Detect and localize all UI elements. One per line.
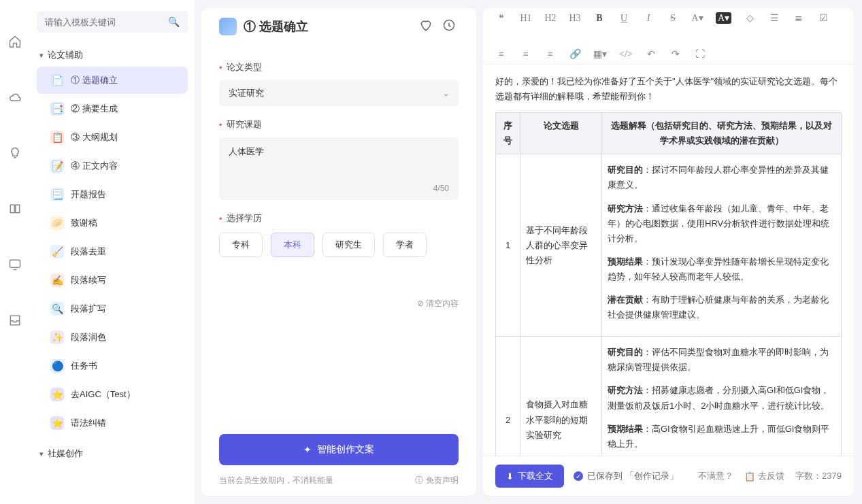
clock-icon[interactable] [442,18,459,35]
strike-button[interactable]: S [667,13,679,24]
search-icon: 🔍 [168,16,180,27]
download-icon: ⬇ [506,471,514,482]
underline-button[interactable]: U [618,13,630,24]
undo-button[interactable]: ↶ [645,48,657,60]
h3-button[interactable]: H3 [569,13,581,24]
subject-value: 人体医学 [229,146,449,158]
item-icon: 📄 [50,73,64,87]
item-label: ④ 正文内容 [71,160,118,172]
education-option-1[interactable]: 本科 [271,233,314,257]
table-button[interactable]: ▦▾ [593,48,607,60]
align-left-button[interactable]: ≡ [495,49,508,60]
char-counter: 4/50 [433,184,449,193]
feedback-icon: 📋 [744,471,755,482]
inbox-icon[interactable] [7,313,22,328]
code-button[interactable]: </> [619,49,633,60]
info-icon: ⓘ [415,475,423,486]
book-icon[interactable] [7,201,22,216]
table-row: 2食物摄入对血糖水平影响的短期实验研究研究目的：评估不同类型食物对血糖水平的即时… [496,337,842,456]
sidebar-item-3[interactable]: 📝④ 正文内容 [37,152,188,180]
quote-icon[interactable]: ❝ [495,12,508,24]
col-explain: 选题解释（包括研究目的、研究方法、预期结果，以及对学术界或实践领域的潜在贡献） [602,113,842,154]
item-icon: 📝 [50,159,64,173]
check-icon: ✓ [574,471,583,481]
sidebar-item-4[interactable]: 📃开题报告 [37,181,188,208]
education-option-3[interactable]: 学者 [383,233,427,257]
bg-color-button[interactable]: A▾ [716,12,731,24]
align-center-button[interactable]: ≡ [520,49,532,60]
form-panel: ① 选题确立 论文类型 实证研究 ⌄ 研究课题 人体医学 4/50 选择学历 专… [201,8,476,496]
home-icon[interactable] [7,34,22,49]
bullet-list-button[interactable]: ☰ [768,12,780,24]
sidebar-item-5[interactable]: 🥟致谢稿 [37,209,188,237]
group-social-header[interactable]: ▾ 社媒创作 [37,443,188,464]
search-input[interactable] [45,17,165,27]
monitor-icon[interactable] [7,257,22,272]
h1-button[interactable]: H1 [520,13,532,24]
item-label: 段落去重 [71,246,106,258]
row-num: 1 [496,154,520,337]
disclaimer-link[interactable]: ⓘ 免责声明 [415,475,459,486]
sidebar-item-7[interactable]: ✍️段落续写 [37,267,188,294]
chevron-down-icon: ⌄ [443,89,449,98]
sidebar-item-0[interactable]: 📄① 选题确立 [37,67,188,94]
sidebar-item-2[interactable]: 📋③ 大纲规划 [37,124,188,151]
eraser-icon[interactable]: ◇ [744,12,756,24]
row-topic: 基于不同年龄段人群的心率变异性分析 [520,154,602,337]
cloud-icon[interactable] [7,90,22,105]
italic-button[interactable]: I [642,13,654,24]
item-icon: 🧹 [50,245,64,258]
item-icon: ⭐ [50,388,64,401]
fullscreen-button[interactable]: ⛶ [694,49,706,60]
create-button-label: 智能创作文案 [317,443,374,456]
item-label: 段落扩写 [71,303,106,315]
item-label: 去AIGC（Test） [71,388,135,401]
subject-input[interactable]: 人体医学 4/50 [219,137,459,200]
ordered-list-button[interactable]: ≣ [793,12,805,24]
magic-icon: ✦ [303,444,312,455]
education-option-2[interactable]: 研究生 [322,233,375,257]
bold-button[interactable]: B [593,13,606,24]
item-icon: 🔵 [50,359,64,373]
feedback-link[interactable]: 📋 去反馈 [744,470,784,482]
sidebar-item-8[interactable]: 🔍段落扩写 [37,295,188,322]
left-iconbar [0,0,30,504]
label-subject: 研究课题 [219,118,459,131]
create-button[interactable]: ✦ 智能创作文案 [219,434,459,465]
svg-rect-0 [10,260,20,267]
bottom-bar: ⬇ 下载全文 ✓ 已保存到 「创作记录」 不满意？ 📋 去反馈 字数：2379 [483,456,854,496]
item-icon: ⭐ [50,416,64,430]
editor-toolbar: ❝ H1 H2 H3 B U I S A▾ A▾ ◇ ☰ ≣ ☑ ≡ ≡ ≡ 🔗… [483,8,854,65]
item-label: 任务书 [71,360,97,372]
editor-content[interactable]: 好的，亲爱的！我已经为你准备好了五个关于"人体医学"领域的实证研究论文选题。每个… [483,65,854,456]
text-color-button[interactable]: A▾ [691,12,703,24]
sidebar-item-1[interactable]: 📑② 摘要生成 [37,95,188,122]
search-box[interactable]: 🔍 [37,11,188,33]
link-button[interactable]: 🔗 [569,48,581,60]
unsatisfied-label: 不满意？ [698,470,733,482]
caret-down-icon: ▾ [39,51,44,60]
education-option-0[interactable]: 专科 [219,233,263,257]
item-icon: 📋 [50,131,64,144]
item-label: 段落续写 [71,274,106,286]
align-right-button[interactable]: ≡ [544,49,557,60]
clear-button[interactable]: ⊘ 清空内容 [219,298,459,309]
h2-button[interactable]: H2 [544,13,557,24]
sidebar-item-10[interactable]: 🔵任务书 [37,352,188,380]
type-select[interactable]: 实证研究 ⌄ [219,80,459,106]
item-label: ② 摘要生成 [71,103,118,115]
sidebar-item-12[interactable]: ⭐语法纠错 [37,409,188,437]
editor-panel: ❝ H1 H2 H3 B U I S A▾ A▾ ◇ ☰ ≣ ☑ ≡ ≡ ≡ 🔗… [483,8,854,496]
item-icon: 🥟 [50,216,64,230]
sidebar-item-11[interactable]: ⭐去AIGC（Test） [37,381,188,408]
heart-icon[interactable] [419,18,435,35]
education-options: 专科本科研究生学者 [219,233,459,257]
sidebar-item-9[interactable]: ✨段落润色 [37,324,188,351]
checklist-button[interactable]: ☑ [817,12,829,24]
lightbulb-icon[interactable] [7,146,22,161]
redo-button[interactable]: ↷ [669,48,682,60]
membership-note: 当前会员生效期内，不消耗能量 [219,475,333,486]
group-thesis-header[interactable]: ▾ 论文辅助 [37,45,188,65]
sidebar-item-6[interactable]: 🧹段落去重 [37,238,188,265]
download-button[interactable]: ⬇ 下载全文 [495,465,564,488]
